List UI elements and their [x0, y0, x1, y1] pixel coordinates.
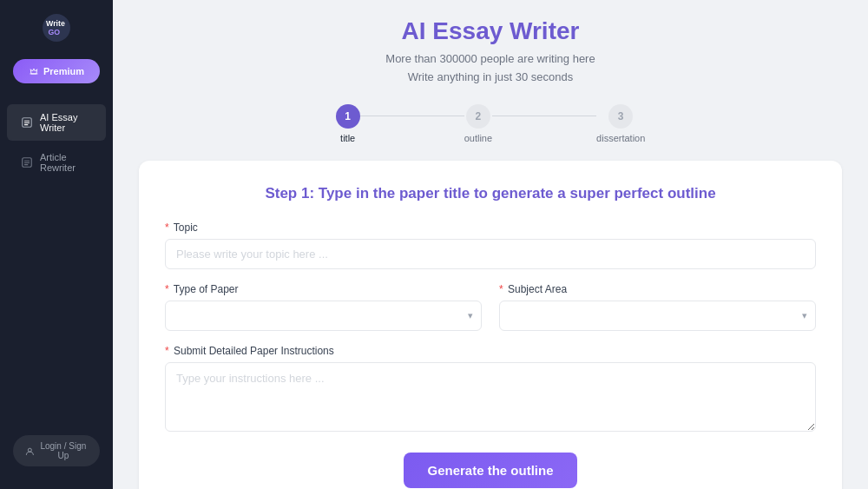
step-line-2	[492, 116, 596, 116]
nav-items: AI Essay Writer Article Rewriter	[0, 104, 113, 181]
step-3: 3 dissertation	[596, 104, 645, 143]
sidebar-item-ai-essay-writer[interactable]: AI Essay Writer	[7, 104, 106, 141]
page-subtitle-line1: More than 300000 people are writing here	[139, 50, 842, 69]
form-heading: Step 1: Type in the paper title to gener…	[165, 185, 816, 202]
type-of-paper-field: * Type of Paper Essay Research Paper Dis…	[165, 283, 482, 331]
main-content: AI Essay Writer More than 300000 people …	[113, 0, 868, 489]
step-1-label: title	[340, 133, 355, 143]
subject-area-label: * Subject Area	[499, 283, 816, 295]
page-header: AI Essay Writer More than 300000 people …	[139, 17, 842, 87]
subject-area-field: * Subject Area Science Literature Histor…	[499, 283, 816, 331]
instructions-textarea[interactable]	[165, 362, 816, 432]
topic-field: * Topic	[165, 221, 816, 269]
topic-label: * Topic	[165, 221, 816, 234]
login-label: Login / Sign Up	[39, 441, 88, 460]
form-row: * Type of Paper Essay Research Paper Dis…	[165, 283, 816, 331]
topic-input[interactable]	[165, 239, 816, 269]
sidebar: Write GO Premium AI Essay Writer Article…	[0, 0, 113, 489]
step-2: 2 outline	[464, 104, 492, 143]
step-3-circle: 3	[608, 104, 633, 129]
svg-text:Write: Write	[46, 19, 65, 28]
crown-icon	[29, 65, 39, 77]
page-subtitle-line2: Write anything in just 30 seconds	[139, 69, 842, 87]
step-3-label: dissertation	[596, 133, 645, 143]
subject-area-select[interactable]: Science Literature History	[499, 301, 816, 331]
premium-label: Premium	[43, 66, 84, 76]
type-of-paper-select-wrapper: Essay Research Paper Dissertation ▾	[165, 301, 482, 331]
subject-area-select-wrapper: Science Literature History ▾	[499, 301, 816, 331]
type-of-paper-select[interactable]: Essay Research Paper Dissertation	[165, 301, 482, 331]
svg-point-5	[28, 448, 31, 452]
instructions-field: * Submit Detailed Paper Instructions	[165, 345, 816, 435]
login-icon	[25, 446, 35, 457]
premium-button[interactable]: Premium	[13, 59, 100, 83]
form-card: Step 1: Type in the paper title to gener…	[139, 161, 842, 489]
svg-text:GO: GO	[48, 28, 60, 36]
step-line-1	[360, 116, 464, 116]
generate-outline-button[interactable]: Generate the outline	[404, 453, 577, 488]
steps-container: 1 title 2 outline 3 dissertation	[139, 104, 842, 143]
logo: Write GO	[32, 14, 81, 42]
step-2-circle: 2	[466, 104, 490, 129]
essay-icon	[21, 116, 33, 129]
type-of-paper-label: * Type of Paper	[165, 283, 482, 295]
nav-item-label: Article Rewriter	[40, 152, 92, 173]
step-1-circle: 1	[336, 104, 360, 129]
step-1: 1 title	[336, 104, 360, 143]
page-title: AI Essay Writer	[139, 17, 842, 45]
nav-item-label: AI Essay Writer	[40, 112, 92, 133]
step-2-label: outline	[464, 133, 492, 143]
instructions-label: * Submit Detailed Paper Instructions	[165, 345, 816, 357]
rewriter-icon	[21, 156, 33, 169]
sidebar-item-article-rewriter[interactable]: Article Rewriter	[7, 144, 106, 181]
login-button[interactable]: Login / Sign Up	[13, 435, 100, 466]
